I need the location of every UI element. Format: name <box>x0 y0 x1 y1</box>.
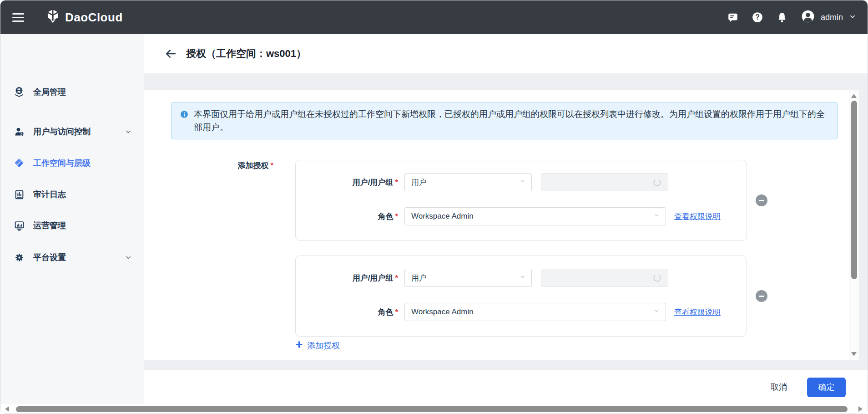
scroll-up-arrow[interactable] <box>851 94 857 98</box>
bell-icon[interactable] <box>776 11 788 23</box>
content-footer-separator <box>144 360 868 370</box>
sidebar-item-global-management[interactable]: 全局管理 <box>0 81 144 103</box>
user-search-input-disabled <box>541 269 668 287</box>
sidebar-item-label: 平台设置 <box>33 252 66 263</box>
sidebar-item-label: 工作空间与层级 <box>33 158 91 169</box>
app-window: DaoCloud ? <box>0 0 868 414</box>
view-permissions-link[interactable]: 查看权限说明 <box>674 211 721 222</box>
globe-icon <box>13 86 25 98</box>
vertical-scrollbar[interactable] <box>849 90 859 360</box>
header-separator <box>144 73 868 90</box>
info-alert-text: 本界面仅用于给用户或用户组在未授权过的工作空间下新增权限，已授权的用户或用户组的… <box>194 107 829 134</box>
required-marker: * <box>270 161 273 170</box>
user-type-value: 用户 <box>411 273 427 283</box>
confirm-button[interactable]: 确定 <box>807 378 846 397</box>
required-marker: * <box>395 178 398 187</box>
menu-icon[interactable] <box>12 13 24 22</box>
plus-icon <box>295 341 303 351</box>
user-group-label: 用户/用户组* <box>296 177 398 188</box>
sidebar-item-workspace-hierarchy[interactable]: 工作空间与层级 <box>0 152 144 174</box>
cancel-button[interactable]: 取消 <box>768 381 790 393</box>
sidebar-item-platform-settings[interactable]: 平台设置 <box>0 246 144 268</box>
required-marker: * <box>395 308 398 317</box>
user-type-select[interactable]: 用户 <box>404 173 532 191</box>
back-arrow-icon[interactable] <box>164 47 177 60</box>
brand-logo: DaoCloud <box>45 9 123 26</box>
sidebar-item-users-access[interactable]: 用户与访问控制 <box>0 121 144 143</box>
authorization-card: 用户/用户组* 用户 角色* <box>295 256 747 337</box>
chevron-down-icon <box>519 273 526 282</box>
message-icon[interactable] <box>727 11 739 23</box>
chevron-down-icon <box>848 12 857 22</box>
content-panel: 本界面仅用于给用户或用户组在未授权过的工作空间下新增权限，已授权的用户或用户组的… <box>144 90 859 360</box>
page-title: 授权（工作空间：ws001） <box>186 47 306 61</box>
workspace-icon <box>13 157 25 169</box>
sidebar-item-label: 全局管理 <box>33 87 66 97</box>
user-group-label: 用户/用户组* <box>296 273 398 283</box>
info-alert: 本界面仅用于给用户或用户组在未授权过的工作空间下新增权限，已授权的用户或用户组的… <box>171 102 838 139</box>
role-value: Workspace Admin <box>411 307 474 317</box>
role-value: Workspace Admin <box>411 212 474 221</box>
form-group-label: 添加授权* <box>144 160 273 171</box>
view-permissions-link[interactable]: 查看权限说明 <box>674 307 721 317</box>
brand-name: DaoCloud <box>65 10 123 25</box>
sidebar-item-label: 用户与访问控制 <box>33 126 91 137</box>
scroll-down-arrow[interactable] <box>851 352 857 356</box>
page-background-strip <box>859 90 868 360</box>
user-type-value: 用户 <box>411 177 427 188</box>
avatar <box>801 9 815 26</box>
sidebar-item-label: 审计日志 <box>33 189 66 200</box>
remove-row-button[interactable] <box>756 194 767 206</box>
horizontal-scrollbar-thumb[interactable] <box>16 406 848 412</box>
horizontal-scrollbar[interactable] <box>0 404 868 414</box>
role-select[interactable]: Workspace Admin <box>404 303 666 321</box>
required-marker: * <box>395 212 398 221</box>
sidebar: 全局管理 用户与访问控制 <box>0 34 144 404</box>
chevron-down-icon <box>653 212 660 221</box>
chevron-down-icon <box>519 178 526 187</box>
role-label: 角色* <box>296 211 398 222</box>
chevron-down-icon <box>124 253 132 261</box>
sidebar-item-operations[interactable]: 运营管理 <box>0 215 144 236</box>
svg-text:?: ? <box>755 13 760 21</box>
chevron-down-icon <box>124 128 132 136</box>
user-type-select[interactable]: 用户 <box>404 269 532 287</box>
required-marker: * <box>395 274 398 282</box>
remove-row-button[interactable] <box>756 290 767 302</box>
sidebar-item-audit-log[interactable]: 审计日志 <box>0 184 144 205</box>
role-select[interactable]: Workspace Admin <box>404 207 666 225</box>
scroll-right-arrow[interactable] <box>858 406 863 412</box>
role-label: 角色* <box>296 307 398 317</box>
help-icon[interactable]: ? <box>752 11 763 23</box>
username-label: admin <box>821 13 843 22</box>
authorization-card: 用户/用户组* 用户 角色* <box>295 160 747 241</box>
vertical-scrollbar-thumb[interactable] <box>851 101 857 279</box>
add-authorization-label: 添加授权 <box>307 340 340 351</box>
top-bar: DaoCloud ? <box>0 0 868 34</box>
footer-bar: 取消 确定 <box>144 370 868 404</box>
operations-chart-icon <box>13 220 25 231</box>
gear-icon <box>13 251 25 263</box>
user-menu[interactable]: admin <box>801 9 857 26</box>
audit-log-icon <box>13 189 25 200</box>
sidebar-item-label: 运营管理 <box>33 220 66 231</box>
info-icon <box>180 107 189 134</box>
loading-spinner-icon <box>653 274 661 284</box>
loading-spinner-icon <box>653 178 661 189</box>
page-header: 授权（工作空间：ws001） <box>144 34 868 73</box>
user-search-input-disabled <box>541 173 668 191</box>
daocloud-logo-icon <box>45 9 61 26</box>
sidebar-divider <box>12 115 144 115</box>
user-gear-icon <box>13 126 25 138</box>
scroll-left-arrow[interactable] <box>5 406 9 412</box>
add-authorization-link[interactable]: 添加授权 <box>295 340 340 351</box>
chevron-down-icon <box>653 307 660 317</box>
